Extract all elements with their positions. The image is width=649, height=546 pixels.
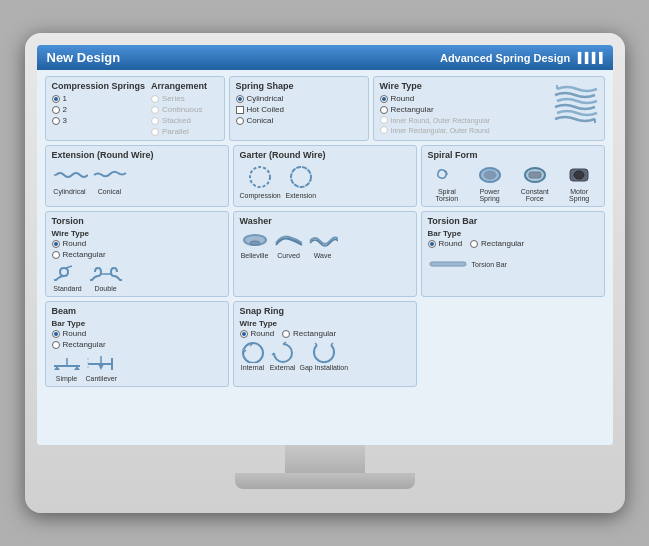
app-name: Advanced Spring Design ▐▐▐▐ bbox=[440, 52, 603, 64]
snap-ring-rect[interactable]: Rectangular bbox=[282, 329, 336, 338]
spiral-title: Spiral Form bbox=[428, 150, 598, 160]
arrangement-parallel[interactable]: Parallel bbox=[151, 127, 207, 136]
compression-numbers: 1 2 3 bbox=[52, 94, 146, 125]
compression-2[interactable]: 2 bbox=[52, 105, 146, 114]
radio-tb-rect[interactable] bbox=[470, 240, 478, 248]
torsion-double[interactable]: Double bbox=[88, 262, 124, 292]
shape-cylindrical[interactable]: Cylindrical bbox=[236, 94, 362, 103]
stand-base bbox=[235, 473, 415, 489]
torsion-bar-item[interactable]: Torsion Bar bbox=[428, 256, 507, 272]
beam-items: Simple Cantilever bbox=[52, 352, 222, 382]
window-title: New Design bbox=[47, 50, 121, 65]
radio-1[interactable] bbox=[52, 95, 60, 103]
radio-wire-round[interactable] bbox=[380, 95, 388, 103]
torsion-bar-title: Torsion Bar bbox=[428, 216, 598, 226]
wire-type-section: Wire Type Round Rectangular bbox=[373, 76, 605, 141]
snap-ring-gap[interactable]: Gap Installation bbox=[300, 341, 349, 371]
svg-line-30 bbox=[331, 343, 333, 345]
external-icon bbox=[270, 341, 296, 363]
radio-series[interactable] bbox=[151, 95, 159, 103]
washer-title: Washer bbox=[240, 216, 410, 226]
torsion-standard-icon bbox=[52, 262, 84, 284]
radio-cylindrical[interactable] bbox=[236, 95, 244, 103]
torsion-bar-round[interactable]: Round bbox=[428, 239, 463, 248]
radio-sr-round[interactable] bbox=[240, 330, 248, 338]
washer-belleville[interactable]: Belleville bbox=[240, 229, 270, 259]
extension-cylindrical[interactable]: Cylindrical bbox=[52, 163, 88, 195]
radio-torsion-round[interactable] bbox=[52, 240, 60, 248]
spring-shape-section: Spring Shape Cylindrical Hot Coiled bbox=[229, 76, 369, 141]
torsion-double-icon bbox=[88, 262, 124, 284]
arrangement-series[interactable]: Series bbox=[151, 94, 207, 103]
radio-conical[interactable] bbox=[236, 117, 244, 125]
beam-cantilever[interactable]: Cantilever bbox=[86, 352, 118, 382]
radio-wire-iroRect[interactable] bbox=[380, 116, 388, 124]
washer-section: Washer Belleville bbox=[233, 211, 417, 297]
radio-tb-round[interactable] bbox=[428, 240, 436, 248]
radio-sr-rect[interactable] bbox=[282, 330, 290, 338]
washer-curved[interactable]: Curved bbox=[274, 229, 304, 259]
snap-ring-external[interactable]: External bbox=[270, 341, 296, 371]
monitor-stand bbox=[37, 445, 613, 489]
radio-torsion-rect[interactable] bbox=[52, 251, 60, 259]
curved-icon bbox=[274, 229, 304, 251]
motor-spring[interactable]: Motor Spring bbox=[561, 163, 598, 202]
torsion-bar-section: Torsion Bar Bar Type Round Rectangular bbox=[421, 211, 605, 297]
garter-section: Garter (Round Wire) Compression bbox=[233, 145, 417, 207]
beam-title: Beam bbox=[52, 306, 222, 316]
radio-2[interactable] bbox=[52, 106, 60, 114]
beam-simple[interactable]: Simple bbox=[52, 352, 82, 382]
internal-icon bbox=[240, 341, 266, 363]
torsion-section: Torsion Wire Type Round Rectangular bbox=[45, 211, 229, 297]
snap-ring-round[interactable]: Round bbox=[240, 329, 275, 338]
torsion-round[interactable]: Round bbox=[52, 239, 222, 248]
torsion-rectangular[interactable]: Rectangular bbox=[52, 250, 222, 259]
checkbox-hotcoiled[interactable] bbox=[236, 106, 244, 114]
monitor: New Design Advanced Spring Design ▐▐▐▐ bbox=[25, 33, 625, 513]
arrangement-options: Series Continuous Stacked bbox=[151, 94, 207, 136]
radio-beam-round[interactable] bbox=[52, 330, 60, 338]
gap-installation-icon bbox=[311, 341, 337, 363]
wave-icon bbox=[308, 229, 338, 251]
snap-ring-internal[interactable]: Internal bbox=[240, 341, 266, 371]
compression-springs-group: Compression Springs 1 2 bbox=[52, 81, 146, 136]
radio-3[interactable] bbox=[52, 117, 60, 125]
garter-compression[interactable]: Compression bbox=[240, 163, 281, 199]
torsion-bar-options: Round Rectangular Torsion Bar bbox=[428, 239, 598, 272]
radio-stacked[interactable] bbox=[151, 117, 159, 125]
shape-conical[interactable]: Conical bbox=[236, 116, 362, 125]
power-spring[interactable]: Power Spring bbox=[470, 163, 509, 202]
compression-1[interactable]: 1 bbox=[52, 94, 146, 103]
spiral-torsion[interactable]: Spiral Torsion bbox=[428, 163, 467, 202]
extension-conical-icon bbox=[92, 163, 128, 187]
app-window: New Design Advanced Spring Design ▐▐▐▐ bbox=[37, 45, 613, 445]
garter-extension[interactable]: Extension bbox=[285, 163, 317, 199]
row-1: Compression Springs 1 2 bbox=[45, 76, 605, 141]
radio-parallel[interactable] bbox=[151, 128, 159, 136]
shape-hotcoiled[interactable]: Hot Coiled bbox=[236, 105, 362, 114]
compression-title: Compression Springs bbox=[52, 81, 146, 91]
beam-cantilever-icon bbox=[86, 352, 116, 374]
torsion-wire-options: Round Rectangular bbox=[52, 239, 222, 259]
title-bar: New Design Advanced Spring Design ▐▐▐▐ bbox=[37, 45, 613, 70]
washer-wave[interactable]: Wave bbox=[308, 229, 338, 259]
compression-3[interactable]: 3 bbox=[52, 116, 146, 125]
radio-beam-rect[interactable] bbox=[52, 341, 60, 349]
torsion-standard[interactable]: Standard bbox=[52, 262, 84, 292]
arrangement-stacked[interactable]: Stacked bbox=[151, 116, 207, 125]
garter-items: Compression Extension bbox=[240, 163, 410, 199]
radio-wire-rect[interactable] bbox=[380, 106, 388, 114]
snap-ring-section: Snap Ring Wire Type Round Rectangular bbox=[233, 301, 417, 387]
spiral-torsion-icon bbox=[433, 163, 461, 187]
radio-continuous[interactable] bbox=[151, 106, 159, 114]
torsion-bar-icon bbox=[428, 256, 468, 272]
extension-conical[interactable]: Conical bbox=[92, 163, 128, 195]
beam-bar-type-label: Bar Type bbox=[52, 319, 222, 328]
coil-spring-image bbox=[547, 81, 602, 136]
constant-force[interactable]: Constant Force bbox=[513, 163, 557, 202]
arrangement-continuous[interactable]: Continuous bbox=[151, 105, 207, 114]
torsion-bar-rect[interactable]: Rectangular bbox=[470, 239, 524, 248]
beam-rect[interactable]: Rectangular bbox=[52, 340, 222, 349]
beam-round[interactable]: Round bbox=[52, 329, 222, 338]
radio-wire-irRound[interactable] bbox=[380, 126, 388, 134]
